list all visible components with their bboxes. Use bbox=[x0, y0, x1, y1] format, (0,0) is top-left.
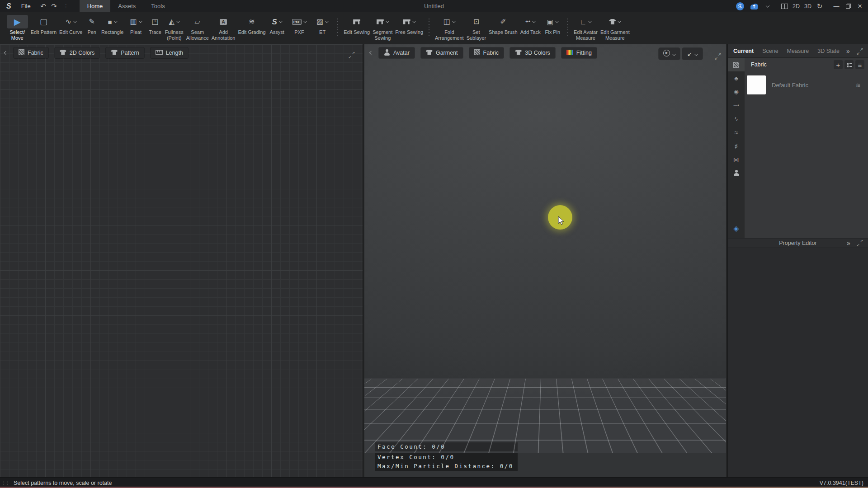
close-button[interactable]: × bbox=[856, 0, 863, 12]
rail-shirring-button[interactable]: ≈ bbox=[728, 126, 745, 139]
simulate-button[interactable] bbox=[659, 48, 680, 60]
tool-free-sewing[interactable]: Free Sewing bbox=[395, 15, 423, 35]
expand-property-editor-button[interactable] bbox=[856, 237, 863, 249]
tool-edit-curve[interactable]: ∿ Edit Curve bbox=[59, 15, 82, 35]
user-avatar[interactable]: 朱 bbox=[736, 2, 744, 10]
tool-seam-allowance[interactable]: ▱ Seam Allowance bbox=[186, 15, 209, 41]
edit-avatar-measure-icon: ∟ bbox=[580, 19, 587, 25]
right-tab-3d-state[interactable]: 3D State bbox=[817, 48, 840, 54]
cloud-menu-chevron[interactable] bbox=[764, 0, 771, 12]
rail-topstitch-button[interactable]: —• bbox=[728, 99, 745, 112]
tool-edit-grading[interactable]: ≋ Edit Grading bbox=[238, 15, 265, 35]
tool-edit-avatar-measure[interactable]: ∟ Edit Avatar Measure bbox=[574, 15, 598, 41]
fabric-swatch-preview[interactable] bbox=[747, 75, 766, 94]
garment-3d-viewport[interactable]: Avatar Garment Fabric 3D Colors Fitting … bbox=[364, 44, 726, 477]
collapse-2d-panel-button[interactable] bbox=[5, 52, 7, 54]
tool-fullness-point[interactable]: ◭ Fullness (Point) bbox=[165, 15, 184, 41]
chevron-down-icon bbox=[303, 19, 307, 23]
list-menu-button[interactable]: ≡ bbox=[855, 60, 864, 69]
expand-2d-panel-button[interactable] bbox=[348, 49, 355, 61]
card-view-button[interactable] bbox=[844, 60, 854, 69]
edit-garment-measure-icon bbox=[609, 19, 616, 24]
document-title: Untitled bbox=[424, 3, 444, 9]
ribbon-tab-home[interactable]: Home bbox=[80, 0, 111, 12]
tool-add-tack[interactable]: +• Add Tack bbox=[520, 15, 541, 35]
tool-fix-pin[interactable]: ▣ Fix Pin bbox=[543, 15, 562, 35]
set-sublayer-icon: ⊡ bbox=[473, 18, 479, 25]
drag-mode-button[interactable]: ↙ bbox=[682, 48, 703, 60]
tool-et[interactable]: ▨ ET bbox=[313, 15, 332, 35]
fabric-section-header: Fabric + ≡ bbox=[745, 58, 868, 71]
trace-icon: ◳ bbox=[152, 18, 159, 25]
expand-right-panel-button[interactable] bbox=[856, 45, 863, 57]
tool-edit-garment-measure[interactable]: Edit Garment Measure bbox=[600, 15, 630, 41]
plus-icon: + bbox=[836, 61, 840, 68]
tool-set-sublayer[interactable]: ⊡ Set Sublayer bbox=[467, 15, 486, 41]
fabric-list: Fabric + ≡ Default Fabric ≋ bbox=[745, 58, 868, 238]
tool-add-annotation[interactable]: A Add Annotation bbox=[212, 15, 236, 41]
rail-piping-button[interactable]: ⋈ bbox=[728, 153, 745, 166]
pattern-2d-viewport[interactable]: Fabric 2D Colors Pattern Length bbox=[0, 44, 363, 477]
select-move-icon: ▶ bbox=[14, 18, 21, 26]
layers-icon[interactable]: ≋ bbox=[856, 82, 861, 89]
expand-3d-panel-button[interactable] bbox=[714, 50, 722, 62]
layout-toggle-button[interactable] bbox=[781, 0, 788, 12]
file-menu[interactable]: File bbox=[19, 3, 33, 9]
tool-edit-sewing[interactable]: Edit Sewing bbox=[344, 15, 370, 35]
view-2d-button[interactable]: 2D bbox=[793, 3, 800, 9]
tool-pleat[interactable]: ▥ Pleat bbox=[126, 15, 145, 35]
fabric-list-item[interactable]: Default Fabric ≋ bbox=[746, 72, 866, 98]
pxf-icon: PXF bbox=[292, 19, 302, 25]
statusbar-grip-icon: ⋮⋮ bbox=[1, 480, 9, 486]
rectangle-icon: ■ bbox=[108, 19, 112, 25]
edit-curve-icon: ∿ bbox=[66, 18, 71, 25]
topstitch-icon: —• bbox=[733, 103, 739, 108]
tool-assyst[interactable]: S Assyst bbox=[269, 15, 286, 35]
floor-grid bbox=[364, 379, 726, 453]
redo-icon: ↷ bbox=[51, 3, 57, 9]
rail-stitch-button[interactable]: ♯ bbox=[728, 139, 745, 153]
add-fabric-button[interactable]: + bbox=[834, 60, 843, 69]
tool-edit-pattern[interactable]: ▢ Edit Pattern bbox=[31, 15, 57, 35]
tab-2d-length[interactable]: Length bbox=[151, 47, 188, 58]
tool-pxf[interactable]: PXF PXF bbox=[288, 15, 310, 35]
tool-select-move[interactable]: ▶ Select/ Move bbox=[7, 15, 28, 41]
rail-avatar-person-button[interactable] bbox=[728, 166, 745, 180]
rail-fabric-swatch-button[interactable] bbox=[728, 58, 745, 71]
chevron-down-icon bbox=[73, 19, 77, 23]
right-tab-current[interactable]: Current bbox=[733, 48, 754, 54]
tab-2d-fabric[interactable]: Fabric bbox=[14, 47, 48, 58]
add-tack-icon: +• bbox=[525, 19, 530, 24]
ribbon-tab-tools[interactable]: Tools bbox=[143, 0, 172, 12]
tab-2d-pattern[interactable]: Pattern bbox=[106, 47, 144, 58]
chevron-down-icon bbox=[672, 52, 676, 56]
chevron-down-icon bbox=[766, 4, 769, 7]
right-tab-scene[interactable]: Scene bbox=[762, 48, 778, 54]
refresh-button[interactable]: ↻ bbox=[816, 0, 823, 12]
right-tab-measure[interactable]: Measure bbox=[787, 48, 809, 54]
collapse-property-editor-button[interactable]: » bbox=[845, 237, 852, 249]
ribbon-tab-assets[interactable]: Assets bbox=[110, 0, 143, 12]
cloud-sync-button[interactable] bbox=[749, 0, 760, 12]
tool-pen[interactable]: ✎ Pen bbox=[85, 15, 98, 35]
rail-3d-state-button[interactable]: ◈ bbox=[728, 222, 745, 235]
tab-2d-2d-colors[interactable]: 2D Colors bbox=[55, 47, 100, 58]
redo-button[interactable]: ↷ bbox=[51, 0, 58, 12]
tool-trace[interactable]: ◳ Trace bbox=[148, 15, 162, 35]
restore-button[interactable] bbox=[844, 0, 852, 12]
edit-pattern-icon: ▢ bbox=[40, 18, 47, 26]
button-trim-icon: ◉ bbox=[734, 89, 738, 94]
object-browser: ♣◉—•ϟ≈♯⋈ ◈ Fabric + ≡ Default Fabric ≋ bbox=[728, 58, 868, 238]
shape-brush-icon: ✐ bbox=[500, 18, 506, 25]
tool-fold-arrangement[interactable]: ◫ Fold Arrangement bbox=[435, 15, 464, 41]
undo-button[interactable]: ↶ bbox=[40, 0, 47, 12]
rail-trim-clover-button[interactable]: ♣ bbox=[728, 71, 745, 85]
tool-segment-sewing[interactable]: Segment Sewing bbox=[373, 15, 392, 41]
collapse-right-panel-button[interactable]: » bbox=[844, 45, 852, 57]
rail-button-trim-button[interactable]: ◉ bbox=[728, 85, 745, 99]
view-3d-button[interactable]: 3D bbox=[804, 3, 811, 9]
tool-rectangle[interactable]: ■ Rectangle bbox=[101, 15, 124, 35]
tool-shape-brush[interactable]: ✐ Shape Brush bbox=[489, 15, 518, 35]
minimize-button[interactable]: — bbox=[833, 0, 840, 12]
rail-zipper-button[interactable]: ϟ bbox=[728, 112, 745, 126]
